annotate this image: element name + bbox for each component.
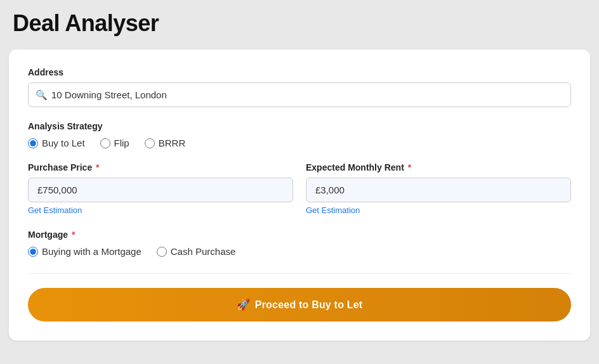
strategy-radio-brrr[interactable] <box>145 138 155 148</box>
mortgage-radio-cash-purchase[interactable] <box>157 247 167 257</box>
expected-rent-get-estimation[interactable]: Get Estimation <box>306 205 360 215</box>
analysis-strategy-section: Analysis Strategy Buy to Let Flip BRRR <box>28 121 571 148</box>
main-card: Address 🔍 Analysis Strategy Buy to Let F… <box>9 49 590 341</box>
expected-rent-col: Expected Monthly Rent * Get Estimation <box>306 162 571 216</box>
page-title: Deal Analyser <box>13 10 586 37</box>
address-input[interactable] <box>28 82 571 107</box>
mortgage-required: * <box>69 230 75 240</box>
expected-rent-label: Expected Monthly Rent * <box>306 162 571 172</box>
expected-rent-input[interactable] <box>306 178 571 202</box>
strategy-option-flip[interactable]: Flip <box>100 138 129 148</box>
address-input-wrapper: 🔍 <box>28 82 571 107</box>
strategy-label-brrr: BRRR <box>159 138 186 148</box>
purchase-price-required: * <box>93 162 99 172</box>
proceed-button[interactable]: 🚀 Proceed to Buy to Let <box>28 288 571 322</box>
price-rent-row: Purchase Price * Get Estimation Expected… <box>28 162 571 216</box>
mortgage-section: Mortgage * Buying with a Mortgage Cash P… <box>28 230 571 257</box>
mortgage-option-with-mortgage[interactable]: Buying with a Mortgage <box>28 246 142 257</box>
rocket-icon: 🚀 <box>237 298 250 311</box>
strategy-radio-group: Buy to Let Flip BRRR <box>28 138 571 148</box>
strategy-radio-buy-to-let[interactable] <box>28 138 38 148</box>
purchase-price-label: Purchase Price * <box>28 162 293 172</box>
strategy-label-buy-to-let: Buy to Let <box>42 138 85 148</box>
expected-rent-required: * <box>405 162 411 172</box>
purchase-price-col: Purchase Price * Get Estimation <box>28 162 293 216</box>
search-icon: 🔍 <box>36 89 48 101</box>
mortgage-label-with-mortgage: Buying with a Mortgage <box>42 246 142 257</box>
analysis-strategy-label: Analysis Strategy <box>28 121 571 131</box>
purchase-price-get-estimation[interactable]: Get Estimation <box>28 205 82 215</box>
strategy-option-brrr[interactable]: BRRR <box>145 138 186 148</box>
mortgage-option-cash-purchase[interactable]: Cash Purchase <box>157 246 236 257</box>
mortgage-radio-group: Buying with a Mortgage Cash Purchase <box>28 246 571 257</box>
purchase-price-input[interactable] <box>28 178 293 202</box>
address-section: Address 🔍 <box>28 67 571 107</box>
mortgage-label: Mortgage * <box>28 230 571 240</box>
proceed-button-label: Proceed to Buy to Let <box>255 299 363 311</box>
mortgage-label-cash-purchase: Cash Purchase <box>171 246 236 257</box>
address-label: Address <box>28 67 571 77</box>
strategy-label-flip: Flip <box>114 138 129 148</box>
strategy-option-buy-to-let[interactable]: Buy to Let <box>28 138 85 148</box>
strategy-radio-flip[interactable] <box>100 138 110 148</box>
mortgage-radio-with-mortgage[interactable] <box>28 247 38 257</box>
divider <box>28 273 571 274</box>
